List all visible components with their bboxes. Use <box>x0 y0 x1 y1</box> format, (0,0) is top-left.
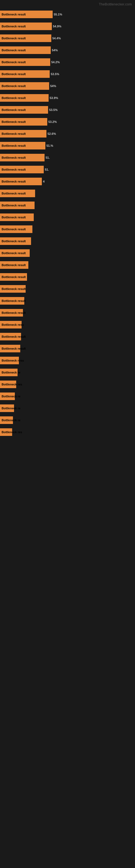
bar-fill: Bottleneck result <box>0 202 35 209</box>
bar-label-text: Bottleneck result <box>1 72 26 76</box>
bar-fill: Bottleneck result <box>0 249 30 257</box>
bar-fill: Bottleneck result <box>0 225 32 233</box>
bar-fill: Bottleneck resu <box>0 357 19 364</box>
bar-fill: Bottleneck result <box>0 23 52 30</box>
header: TheBottlenecker.com <box>0 0 135 7</box>
bar-row: Bottleneck result54.4% <box>0 34 135 42</box>
bar-row: Bottleneck result <box>0 332 135 341</box>
bar-fill: Bottleneck result <box>0 106 48 114</box>
bar-row: Bottleneck result53.9% <box>0 94 135 102</box>
bar-row: Bottleneck resu <box>0 356 135 365</box>
bar-row: Bottleneck result <box>0 189 135 198</box>
bar-fill: Bottleneck re <box>0 393 15 400</box>
bar-fill: Bottleneck result <box>0 70 50 78</box>
bar-row: Bottleneck result <box>0 308 135 317</box>
bar-row: Bottleneck res <box>0 428 135 436</box>
bar-label-text: Bottleneck result <box>1 311 26 314</box>
bar-label-text: Bottleneck re <box>1 371 20 374</box>
bar-row: Bottleneck res <box>0 380 135 389</box>
bar-value-text: 4 <box>43 180 45 183</box>
bar-fill: Bottleneck result <box>0 190 35 197</box>
bar-fill: Bottleneck result <box>0 94 49 102</box>
bar-fill: Bottleneck re <box>0 369 17 376</box>
bar-label-text: Bottleneck result <box>1 108 26 112</box>
bar-label-text: Bottleneck result <box>1 156 26 159</box>
bar-fill: Bottleneck result <box>0 261 28 269</box>
bar-label-text: Bottleneck result <box>1 25 26 28</box>
bar-row: Bottleneck result51. <box>0 153 135 162</box>
bar-fill: Bottleneck result <box>0 309 23 316</box>
bar-label-text: Bottleneck result <box>1 61 26 64</box>
bar-label-text: Bottleneck result <box>1 37 26 40</box>
bar-fill: Bottleneck result <box>0 333 21 340</box>
bar-value-text: 54.2% <box>51 61 60 64</box>
bar-row: Bottleneck resu <box>0 320 135 329</box>
bar-label-text: Bottleneck result <box>1 84 26 88</box>
bar-label-text: Bottleneck result <box>1 264 26 267</box>
bar-list: Bottleneck result55.1%Bottleneck result5… <box>0 7 135 436</box>
bar-value-text: 54% <box>50 84 56 88</box>
bar-row: Bottleneck result54% <box>0 46 135 55</box>
bar-fill: Bottleneck result <box>0 297 24 305</box>
bar-label-text: Bottleneck result <box>1 251 26 255</box>
bar-label-text: Bottleneck res <box>1 383 22 386</box>
bar-row: Bottleneck result <box>0 249 135 257</box>
bar-value-text: 54% <box>52 49 58 52</box>
bar-label-text: Bottleneck result <box>1 144 26 147</box>
bar-fill: Bottleneck re <box>0 416 13 424</box>
bar-fill: Bottleneck result <box>0 345 20 352</box>
bar-label-text: Bottleneck result <box>1 287 26 290</box>
bar-label-text: Bottleneck result <box>1 180 26 183</box>
bar-fill: Bottleneck result <box>0 118 47 126</box>
bar-row: Bottleneck result <box>0 201 135 210</box>
bar-label-text: Bottleneck result <box>1 227 26 231</box>
bar-label-text: Bottleneck result <box>1 216 26 219</box>
bar-fill: Bottleneck re <box>0 404 14 412</box>
bar-label-text: Bottleneck result <box>1 192 26 195</box>
bar-label-text: Bottleneck re <box>1 395 20 398</box>
bar-row: Bottleneck re <box>0 416 135 425</box>
bar-row: Bottleneck result53.5% <box>0 70 135 79</box>
bar-row: Bottleneck re <box>0 404 135 412</box>
bar-label-text: Bottleneck re <box>1 407 20 410</box>
bar-row: Bottleneck result <box>0 297 135 305</box>
bar-row: Bottleneck result53.2% <box>0 118 135 126</box>
site-title: TheBottlenecker.com <box>99 2 132 6</box>
bar-row: Bottleneck result <box>0 273 135 281</box>
bar-row: Bottleneck result51.% <box>0 141 135 150</box>
bar-label-text: Bottleneck resu <box>1 359 24 362</box>
bar-row: Bottleneck result <box>0 344 135 353</box>
bar-fill: Bottleneck result <box>0 130 46 137</box>
bar-row: Bottleneck result <box>0 261 135 269</box>
bar-fill: Bottleneck result <box>0 34 51 42</box>
bar-fill: Bottleneck result <box>0 285 26 293</box>
bar-value-text: 53.9% <box>50 96 58 99</box>
bar-value-text: 51. <box>45 168 49 171</box>
bar-fill: Bottleneck result <box>0 178 42 185</box>
bar-value-text: 54.9% <box>53 25 61 28</box>
bar-label-text: Bottleneck result <box>1 132 26 135</box>
bar-row: Bottleneck re <box>0 368 135 377</box>
bar-fill: Bottleneck result <box>0 214 34 221</box>
bar-fill: Bottleneck result <box>0 82 49 90</box>
bar-label-text: Bottleneck result <box>1 347 26 350</box>
bar-fill: Bottleneck result <box>0 154 45 161</box>
bar-fill: Bottleneck res <box>0 428 12 436</box>
bar-row: Bottleneck result <box>0 213 135 222</box>
bar-label-text: Bottleneck result <box>1 49 26 52</box>
bar-row: Bottleneck result51. <box>0 165 135 174</box>
bar-row: Bottleneck result4 <box>0 177 135 186</box>
bar-label-text: Bottleneck res <box>1 431 22 434</box>
bar-row: Bottleneck result54.9% <box>0 22 135 31</box>
bar-value-text: 52.6% <box>48 132 56 135</box>
bar-row: Bottleneck result53.5% <box>0 105 135 114</box>
bar-row: Bottleneck result55.1% <box>0 10 135 19</box>
bar-value-text: 53.5% <box>51 72 59 76</box>
bar-fill: Bottleneck result <box>0 10 53 18</box>
bar-label-text: Bottleneck result <box>1 204 26 207</box>
bar-label-text: Bottleneck resu <box>1 323 24 326</box>
bar-value-text: 53.5% <box>49 108 57 112</box>
bar-label-text: Bottleneck result <box>1 335 26 338</box>
bar-row: Bottleneck result52.6% <box>0 129 135 138</box>
bar-row: Bottleneck result54.2% <box>0 58 135 66</box>
